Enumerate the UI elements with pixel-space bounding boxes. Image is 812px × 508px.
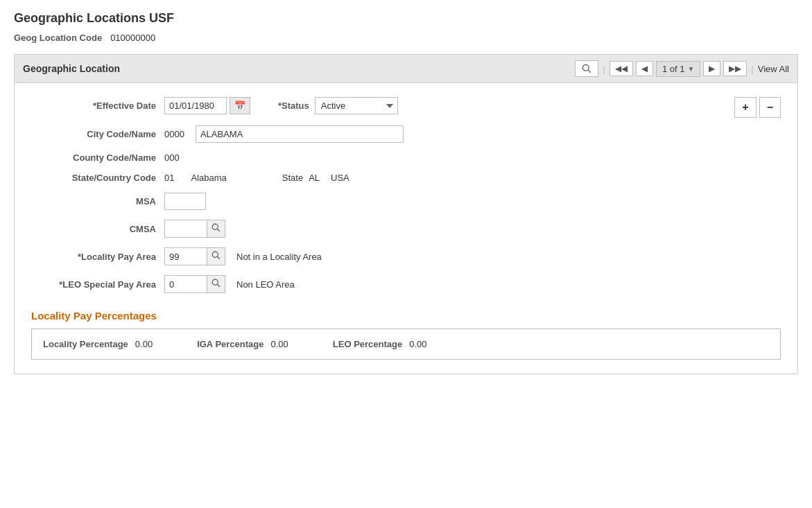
city-code-label: City Code/Name <box>31 129 156 139</box>
status-label: *Status <box>278 100 309 111</box>
page-title: Geographic Locations USF <box>14 11 798 26</box>
city-code-value: 0000 <box>164 129 184 139</box>
date-input-wrapper: 📅 <box>164 97 250 114</box>
locality-pay-area-name: Not in a Locality Area <box>236 252 322 262</box>
main-content: *Effective Date 📅 *Status Active Inactiv… <box>14 83 798 374</box>
svg-point-6 <box>212 279 218 285</box>
locality-pay-area-label: *Locality Pay Area <box>31 252 156 262</box>
status-group: *Status Active Inactive <box>278 97 398 114</box>
iga-percentage-value: 0.00 <box>270 339 288 349</box>
nav-controls: | ◀◀ ◀ 1 of 1 ▼ ▶ ▶▶ | View All <box>575 60 789 77</box>
nav-last-button[interactable]: ▶▶ <box>723 61 747 76</box>
svg-point-4 <box>212 252 218 257</box>
status-select[interactable]: Active Inactive <box>315 97 398 114</box>
cmsa-lookup-button[interactable] <box>207 220 225 237</box>
top-row-wrapper: *Effective Date 📅 *Status Active Inactiv… <box>31 97 781 303</box>
county-code-row: County Code/Name 000 <box>31 152 734 163</box>
geog-code-row: Geog Location Code 010000000 <box>14 33 798 43</box>
iga-percentage-col: IGA Percentage 0.00 <box>197 339 288 349</box>
search-icon <box>582 64 591 73</box>
section-header: Geographic Location | ◀◀ ◀ 1 of 1 ▼ ▶ ▶▶… <box>14 54 798 83</box>
effective-date-status-row: *Effective Date 📅 *Status Active Inactiv… <box>31 97 734 114</box>
msa-label: MSA <box>31 196 156 207</box>
msa-input[interactable] <box>164 193 206 210</box>
leo-percentage-value: 0.00 <box>409 339 426 349</box>
page-indicator-text: 1 of 1 <box>662 64 685 74</box>
leo-search-icon <box>211 279 221 288</box>
leo-pay-area-input[interactable] <box>165 277 207 292</box>
locality-search-icon <box>211 251 221 260</box>
separator-2: | <box>750 64 754 74</box>
geog-code-value: 010000000 <box>110 33 155 43</box>
section-title: Geographic Location <box>23 63 120 74</box>
cmsa-row: CMSA <box>31 220 734 238</box>
county-code-value: 000 <box>164 152 180 163</box>
locality-pay-area-input[interactable] <box>165 249 207 265</box>
msa-row: MSA <box>31 193 734 210</box>
leo-pay-area-lookup-button[interactable] <box>207 276 225 292</box>
leo-percentage-col: LEO Percentage 0.00 <box>333 339 427 349</box>
state-name-value: Alabama <box>191 173 226 183</box>
state-country-row: State/Country Code 01 Alabama State AL U… <box>31 173 734 183</box>
search-button[interactable] <box>575 60 598 77</box>
state-country-code-value: 01 <box>164 173 174 183</box>
separator-1: | <box>601 64 606 74</box>
svg-point-2 <box>212 224 218 229</box>
effective-date-label: *Effective Date <box>31 100 156 111</box>
locality-pay-area-row: *Locality Pay Area Not in a Locality Are… <box>31 247 734 265</box>
leo-pay-area-row: *LEO Special Pay Area Non LEO Area <box>31 275 734 293</box>
locality-pay-area-lookup-wrapper <box>164 247 225 265</box>
cmsa-label: CMSA <box>31 224 156 234</box>
effective-date-input[interactable] <box>164 97 227 114</box>
locality-section-title: Locality Pay Percentages <box>31 310 781 322</box>
locality-pay-area-lookup-button[interactable] <box>207 248 225 265</box>
svg-line-1 <box>589 70 591 73</box>
locality-percentage-label: Locality Percentage <box>43 339 128 349</box>
geog-code-label: Geog Location Code <box>14 33 102 43</box>
nav-first-button[interactable]: ◀◀ <box>610 61 633 76</box>
cmsa-lookup-wrapper <box>164 220 225 238</box>
county-code-label: County Code/Name <box>31 152 156 163</box>
state-abbr-value: AL <box>309 173 320 183</box>
top-form-content: *Effective Date 📅 *Status Active Inactiv… <box>31 97 734 303</box>
svg-line-5 <box>218 257 220 259</box>
add-button[interactable]: + <box>734 97 756 118</box>
locality-pay-section: Locality Pay Percentages Locality Percen… <box>31 310 781 360</box>
svg-point-0 <box>583 64 589 71</box>
page-indicator-arrow: ▼ <box>687 65 694 73</box>
leo-pay-area-lookup-wrapper <box>164 275 225 293</box>
locality-table-row: Locality Percentage 0.00 IGA Percentage … <box>43 339 769 349</box>
page-indicator: 1 of 1 ▼ <box>656 61 700 77</box>
svg-line-7 <box>218 285 220 287</box>
calendar-button[interactable]: 📅 <box>230 97 250 114</box>
add-remove-buttons: + − <box>734 97 781 118</box>
locality-table-wrapper: Locality Percentage 0.00 IGA Percentage … <box>31 329 781 360</box>
city-name-input[interactable] <box>196 125 404 143</box>
svg-line-3 <box>218 229 220 231</box>
state-label-text: State <box>282 173 303 183</box>
iga-percentage-label: IGA Percentage <box>197 339 264 349</box>
cmsa-input[interactable] <box>165 221 207 237</box>
leo-pay-area-label: *LEO Special Pay Area <box>31 279 156 290</box>
state-country-code-label: State/Country Code <box>31 173 156 183</box>
country-value: USA <box>331 173 349 183</box>
remove-button[interactable]: − <box>759 97 781 118</box>
locality-percentage-col: Locality Percentage 0.00 <box>43 339 153 349</box>
leo-percentage-label: LEO Percentage <box>333 339 402 349</box>
city-code-row: City Code/Name 0000 <box>31 125 734 143</box>
locality-percentage-value: 0.00 <box>135 339 153 349</box>
view-all-link[interactable]: View All <box>758 64 789 74</box>
nav-prev-button[interactable]: ◀ <box>636 61 653 76</box>
leo-pay-area-name: Non LEO Area <box>236 279 295 290</box>
cmsa-search-icon <box>211 223 221 232</box>
nav-next-button[interactable]: ▶ <box>703 61 720 76</box>
